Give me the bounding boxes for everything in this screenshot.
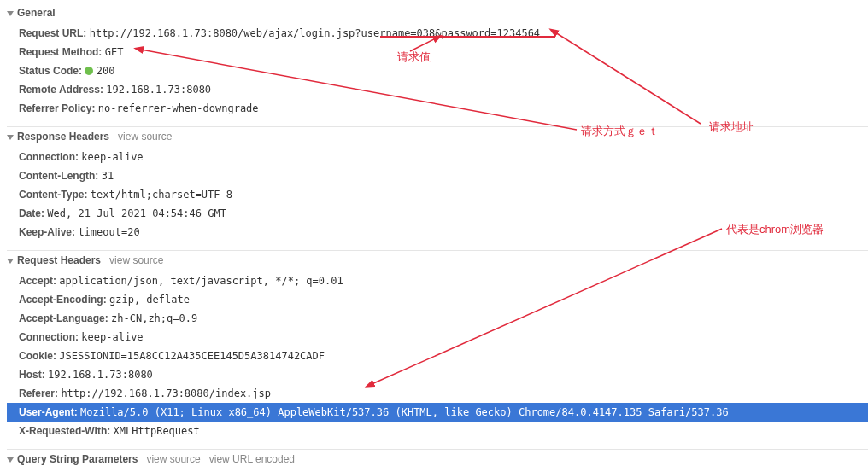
- label: Request Method:: [19, 46, 102, 58]
- row-accept-language: Accept-Language: zh-CN,zh;q=0.9: [19, 309, 868, 328]
- value: no-referrer-when-downgrade: [98, 102, 259, 114]
- label: Referrer Policy:: [19, 102, 95, 114]
- response-list: Connection: keep-alive Content-Length: 3…: [7, 148, 868, 250]
- row-connection: Connection: keep-alive: [19, 148, 868, 166]
- triangle-down-icon: [7, 135, 14, 140]
- row-x-requested-with: X-Requested-With: XMLHttpRequest: [19, 422, 868, 440]
- label: Accept:: [19, 275, 56, 287]
- value: GET: [105, 46, 124, 58]
- value: text/html;charset=UTF-8: [91, 189, 232, 201]
- row-user-agent: User-Agent: Mozilla/5.0 (X11; Linux x86_…: [7, 403, 868, 422]
- label: Accept-Language:: [19, 312, 108, 324]
- row-accept-encoding: Accept-Encoding: gzip, deflate: [19, 290, 868, 309]
- label: Cookie:: [19, 350, 56, 362]
- label: Request URL:: [19, 27, 86, 39]
- row-date: Date: Wed, 21 Jul 2021 04:54:46 GMT: [19, 204, 868, 223]
- row-referer: Referer: http://192.168.1.73:8080/index.…: [19, 384, 868, 403]
- label: Accept-Encoding:: [19, 294, 107, 306]
- row-remote-address: Remote Address: 192.168.1.73:8080: [19, 80, 868, 99]
- label: Remote Address:: [19, 84, 103, 96]
- value: keep-alive: [81, 331, 143, 343]
- triangle-down-icon: [7, 259, 14, 264]
- view-source-link[interactable]: view source: [118, 131, 172, 143]
- section-title: Request Headers: [17, 254, 101, 266]
- row-status-code: Status Code: 200: [19, 61, 868, 80]
- section-query-header[interactable]: Query String Parameters view source view…: [7, 449, 868, 470]
- row-host: Host: 192.168.1.73:8080: [19, 365, 868, 384]
- value: timeout=20: [78, 226, 139, 238]
- value: 192.168.1.73:8080: [106, 84, 211, 96]
- row-referrer-policy: Referrer Policy: no-referrer-when-downgr…: [19, 99, 868, 118]
- row-request-method: Request Method: GET: [19, 43, 868, 61]
- label: Referer:: [19, 388, 58, 399]
- row-request-url: Request URL: http://192.168.1.73:8080/we…: [19, 24, 868, 43]
- value: Wed, 21 Jul 2021 04:54:46 GMT: [47, 207, 226, 219]
- general-list: Request URL: http://192.168.1.73:8080/we…: [7, 24, 868, 126]
- label: Host:: [19, 369, 45, 381]
- label: Status Code:: [19, 65, 82, 77]
- row-connection: Connection: keep-alive: [19, 328, 868, 347]
- section-title: Response Headers: [17, 131, 109, 143]
- view-url-encoded-link[interactable]: view URL encoded: [209, 453, 295, 465]
- label: Content-Length:: [19, 170, 98, 182]
- section-request-header[interactable]: Request Headers view source: [7, 250, 868, 271]
- label: X-Requested-With:: [19, 425, 110, 437]
- section-title: General: [17, 7, 56, 19]
- label: Date:: [19, 207, 44, 219]
- value: 200: [97, 65, 115, 77]
- triangle-down-icon: [7, 11, 14, 16]
- row-content-length: Content-Length: 31: [19, 166, 868, 185]
- label: Connection:: [19, 331, 79, 343]
- section-general-header[interactable]: General: [7, 7, 868, 24]
- annotation-underline: [380, 36, 555, 38]
- value: 192.168.1.73:8080: [48, 369, 153, 381]
- row-accept: Accept: application/json, text/javascrip…: [19, 271, 868, 290]
- view-source-link[interactable]: view source: [109, 254, 163, 266]
- value: zh-CN,zh;q=0.9: [111, 312, 197, 324]
- row-cookie: Cookie: JSESSIONID=15A8CC12A435CEE145D5A…: [19, 347, 868, 365]
- section-title: Query String Parameters: [17, 453, 138, 465]
- label: Keep-Alive:: [19, 226, 75, 238]
- label: Connection:: [19, 151, 79, 163]
- triangle-down-icon: [7, 457, 14, 463]
- value: 31: [102, 170, 114, 182]
- label: User-Agent:: [19, 406, 78, 418]
- request-list: Accept: application/json, text/javascrip…: [7, 271, 868, 449]
- value: gzip, deflate: [109, 294, 190, 306]
- label: Content-Type:: [19, 189, 87, 201]
- value: Mozilla/5.0 (X11; Linux x86_64) AppleWeb…: [80, 406, 729, 418]
- status-dot-icon: [85, 67, 93, 75]
- view-source-link[interactable]: view source: [146, 453, 200, 465]
- value: http://192.168.1.73:8080/index.jsp: [61, 388, 271, 399]
- value: application/json, text/javascript, */*; …: [59, 275, 343, 287]
- value: XMLHttpRequest: [114, 425, 200, 437]
- row-content-type: Content-Type: text/html;charset=UTF-8: [19, 185, 868, 204]
- value: keep-alive: [81, 151, 143, 163]
- value: JSESSIONID=15A8CC12A435CEE145D5A3814742C…: [59, 350, 325, 362]
- row-keep-alive: Keep-Alive: timeout=20: [19, 223, 868, 242]
- section-response-header[interactable]: Response Headers view source: [7, 126, 868, 148]
